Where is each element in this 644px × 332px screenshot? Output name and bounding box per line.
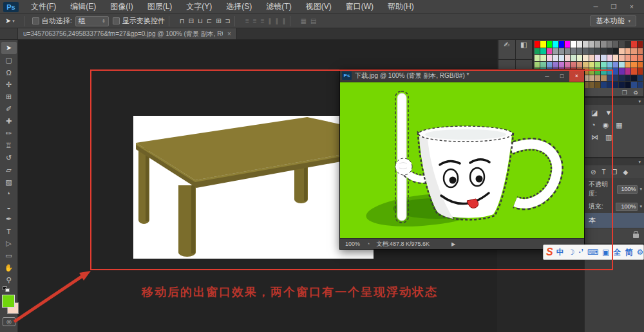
align-left-edges-icon[interactable]: ⊏: [207, 17, 212, 24]
color-swatch[interactable]: [595, 62, 600, 68]
color-swatch[interactable]: [571, 62, 576, 68]
color-swatch[interactable]: [589, 41, 594, 48]
menu-window[interactable]: 窗口(W): [339, 0, 381, 14]
color-swatch[interactable]: [535, 48, 540, 55]
color-swatch[interactable]: [535, 41, 540, 48]
color-swatch[interactable]: [589, 75, 594, 82]
menu-type[interactable]: 文字(Y): [179, 0, 219, 14]
color-swatch[interactable]: [613, 82, 618, 88]
distribute-bottom-icon[interactable]: ≡: [261, 17, 265, 24]
color-swatch[interactable]: [595, 68, 600, 75]
black-white-adjustment-icon[interactable]: ▦: [616, 121, 622, 129]
menu-filter[interactable]: 滤镜(T): [259, 0, 298, 14]
color-swatch[interactable]: [601, 75, 606, 82]
menu-help[interactable]: 帮助(H): [381, 0, 421, 14]
color-swatch[interactable]: [607, 68, 612, 75]
color-swatch[interactable]: [601, 82, 606, 88]
auto-align-layers-icon[interactable]: ▦: [301, 17, 307, 24]
align-bottom-edges-icon[interactable]: ⊔: [198, 17, 203, 24]
color-swatch[interactable]: [638, 82, 643, 88]
menu-file[interactable]: 文件(F): [24, 0, 63, 14]
color-swatch[interactable]: [631, 41, 636, 48]
chevron-down-icon[interactable]: ▾: [639, 204, 642, 209]
color-swatch[interactable]: [638, 41, 643, 48]
delete-swatch-icon[interactable]: ♻: [633, 89, 638, 96]
color-swatch[interactable]: [540, 62, 545, 68]
marquee-tool[interactable]: ▢: [1, 54, 17, 66]
distribute-vcenter-icon[interactable]: ≡: [253, 17, 257, 24]
color-swatch[interactable]: [613, 75, 618, 82]
color-swatch[interactable]: [625, 68, 630, 75]
color-swatch[interactable]: [577, 55, 582, 61]
color-swatch[interactable]: [589, 82, 594, 88]
align-right-edges-icon[interactable]: ⊐: [225, 17, 231, 24]
hand-tool[interactable]: ✋: [1, 262, 17, 274]
color-swatch[interactable]: [571, 41, 576, 48]
color-swatch[interactable]: [565, 48, 570, 55]
color-swatch[interactable]: [601, 48, 606, 55]
gradient-map-adjustment-icon[interactable]: ⋈: [591, 133, 598, 142]
color-swatch[interactable]: [613, 41, 618, 48]
gradient-tool[interactable]: ▨: [1, 176, 17, 189]
color-swatch[interactable]: [540, 48, 545, 55]
color-swatch[interactable]: [589, 62, 594, 68]
ime-keyboard-icon[interactable]: ⌨: [587, 248, 598, 256]
filter-shape-icon[interactable]: ❒: [612, 169, 618, 176]
history-brush-tool[interactable]: ↺: [1, 152, 17, 164]
color-swatch[interactable]: [583, 62, 588, 68]
brush-tool[interactable]: ✏: [1, 127, 17, 140]
color-swatch[interactable]: [625, 62, 630, 68]
menu-layer[interactable]: 图层(L): [140, 0, 180, 14]
color-swatch[interactable]: [595, 41, 600, 48]
default-colors-icon[interactable]: [3, 286, 10, 293]
color-swatch[interactable]: [638, 55, 643, 61]
color-swatch[interactable]: [553, 55, 558, 61]
color-swatch[interactable]: [595, 82, 600, 88]
color-swatch[interactable]: [625, 55, 630, 61]
color-balance-adjustment-icon[interactable]: ◉: [603, 121, 609, 129]
color-swatch[interactable]: [607, 55, 612, 61]
distribute-right-icon[interactable]: ∥: [283, 17, 286, 24]
color-swatch[interactable]: [540, 41, 545, 48]
color-swatch[interactable]: [535, 55, 540, 61]
menu-edit[interactable]: 编辑(E): [63, 0, 103, 14]
color-swatch[interactable]: [619, 75, 624, 82]
ime-settings-icon[interactable]: ⚙: [636, 248, 643, 256]
eyedropper-tool[interactable]: ✐: [1, 103, 17, 115]
distribute-top-icon[interactable]: ≡: [245, 17, 249, 24]
color-swatch[interactable]: [638, 68, 643, 75]
quick-mask-button[interactable]: ◎: [3, 317, 15, 326]
shape-tool[interactable]: ▭: [1, 250, 17, 262]
type-tool[interactable]: T: [1, 225, 17, 237]
new-swatch-icon[interactable]: ❐: [622, 89, 627, 96]
align-horizontal-centers-icon[interactable]: ⊞: [216, 17, 221, 24]
color-swatch[interactable]: [601, 68, 606, 75]
color-swatch[interactable]: [595, 75, 600, 82]
layer-row-background-copy[interactable]: 本: [585, 213, 644, 228]
color-swatch[interactable]: [565, 55, 570, 61]
color-swatch[interactable]: [553, 48, 558, 55]
color-swatch[interactable]: [631, 55, 636, 61]
color-swatch[interactable]: [565, 41, 570, 48]
ime-simplified[interactable]: 简: [625, 248, 632, 256]
filter-pixel-icon[interactable]: ⊘: [591, 169, 596, 176]
align-3d-icon[interactable]: ▤: [310, 17, 316, 24]
color-swatch[interactable]: [589, 68, 594, 75]
workspace-switcher[interactable]: 基本功能 ▾: [590, 15, 636, 26]
menu-select[interactable]: 选择(S): [219, 0, 259, 14]
close-button[interactable]: ×: [623, 3, 640, 12]
close-button[interactable]: ×: [569, 69, 584, 82]
minimize-button[interactable]: ─: [540, 69, 554, 82]
path-selection-tool[interactable]: ▷: [1, 237, 17, 250]
distribute-left-icon[interactable]: ∥: [269, 17, 272, 24]
color-swatch[interactable]: [547, 41, 552, 48]
color-swatch[interactable]: [601, 62, 606, 68]
color-swatch[interactable]: [631, 75, 636, 82]
menu-view[interactable]: 视图(V): [299, 0, 339, 14]
ime-fullwidth[interactable]: 全: [613, 248, 621, 256]
ime-toolbox-icon[interactable]: ▣: [602, 248, 609, 256]
color-swatch[interactable]: [547, 48, 552, 55]
color-swatch[interactable]: [577, 41, 582, 48]
color-swatch[interactable]: [613, 62, 618, 68]
blur-tool[interactable]: ❛: [1, 189, 17, 201]
